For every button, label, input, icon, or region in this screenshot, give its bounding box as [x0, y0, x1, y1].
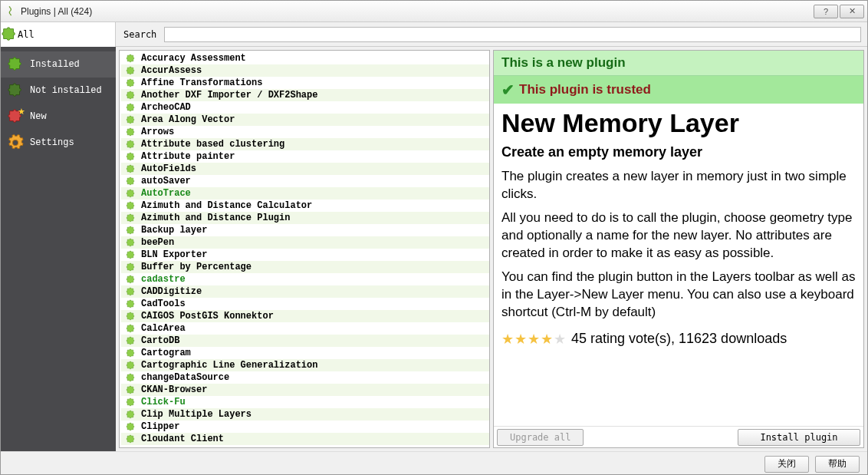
plugin-row[interactable]: CKAN-Browser — [121, 384, 489, 396]
plugin-name: Cloudant Client — [141, 434, 224, 444]
plugin-row[interactable]: Accuracy Assessment — [121, 52, 489, 64]
puzzle-icon — [124, 322, 136, 335]
plugin-row[interactable]: ArcheoCAD — [121, 101, 489, 114]
details-scroll[interactable]: This is a new plugin ✔ This plugin is tr… — [494, 51, 863, 426]
plugin-row[interactable]: AccurAssess — [121, 64, 489, 77]
plugin-name: CADDigitize — [141, 286, 202, 297]
plugin-row[interactable]: CADDigitize — [121, 285, 489, 298]
plugin-row[interactable]: Click-Fu — [121, 396, 489, 408]
banner-trusted: ✔ This plugin is trusted — [494, 75, 863, 104]
plugin-list[interactable]: Accuracy AssessmentAccurAssessAffine Tra… — [120, 51, 489, 447]
plugin-row[interactable]: Cartogram — [121, 347, 489, 359]
puzzle-icon — [124, 347, 136, 359]
plugin-name: Cartogram — [141, 348, 191, 358]
puzzle-icon — [124, 64, 136, 77]
puzzle-icon — [124, 273, 136, 285]
plugin-name: CAIGOS PostGIS Konnektor — [141, 311, 274, 322]
puzzle-icon — [124, 421, 136, 433]
help-button[interactable]: 帮助 — [815, 456, 860, 473]
plugin-row[interactable]: Another DXF Importer / DXF2Shape — [121, 89, 489, 101]
plugin-row[interactable]: CadTools — [121, 298, 489, 310]
plugin-name: AutoFields — [141, 163, 196, 174]
plugin-row[interactable]: Clip Multiple Layers — [121, 408, 489, 421]
puzzle-icon — [124, 89, 136, 101]
puzzle-icon — [124, 359, 136, 371]
plugin-row[interactable]: cadastre — [121, 273, 489, 285]
search-input[interactable] — [164, 27, 861, 42]
puzzle-icon — [124, 236, 136, 249]
plugin-row[interactable]: AutoFields — [121, 163, 489, 175]
plugin-row[interactable]: Azimuth and Distance Plugin — [121, 212, 489, 224]
plugin-row[interactable]: CAIGOS PostGIS Konnektor — [121, 310, 489, 322]
close-button[interactable]: 关闭 — [764, 456, 809, 473]
sidebar-tab-all-label: All — [18, 29, 35, 40]
plugin-row[interactable]: AutoTrace — [121, 187, 489, 200]
puzzle-icon — [124, 298, 136, 310]
plugin-row[interactable]: Area Along Vector — [121, 114, 489, 126]
sidebar-item-settings[interactable]: Settings — [1, 130, 116, 156]
sidebar-item-label: New — [30, 111, 47, 122]
plugin-row[interactable]: Azimuth and Distance Calculator — [121, 200, 489, 212]
puzzle-icon — [124, 408, 136, 421]
plugin-name: autoSaver — [141, 176, 191, 186]
puzzle-icon — [124, 77, 136, 89]
plugin-row[interactable]: Cartographic Line Generalization — [121, 359, 489, 371]
install-plugin-button[interactable]: Install plugin — [738, 429, 860, 446]
gear-icon — [7, 134, 24, 151]
plugin-name: Another DXF Importer / DXF2Shape — [141, 90, 317, 101]
plugin-name: Attribute based clustering — [141, 139, 284, 150]
sidebar-item-installed[interactable]: Installed — [1, 51, 116, 78]
plugin-row[interactable]: Cloudant Client — [121, 433, 489, 445]
plugin-name: Clip Multiple Layers — [141, 409, 252, 420]
plugin-row[interactable]: Attribute painter — [121, 150, 489, 163]
plugin-name: CadTools — [141, 299, 186, 309]
puzzle-icon — [124, 175, 136, 187]
puzzle-icon — [124, 396, 136, 408]
close-titlebar-button[interactable]: ✕ — [840, 5, 864, 18]
puzzle-icon — [124, 138, 136, 150]
plugin-title: New Memory Layer — [494, 104, 863, 141]
plugin-row[interactable]: Attribute based clustering — [121, 138, 489, 150]
upgrade-all-button[interactable]: Upgrade all — [497, 429, 584, 446]
plugin-row[interactable]: Clipper — [121, 421, 489, 433]
puzzle-icon — [1, 26, 18, 43]
plugin-description: All you need to do is to call the plugin… — [494, 209, 863, 269]
search-label: Search — [116, 29, 164, 40]
puzzle-icon — [124, 101, 136, 114]
app-icon — [4, 5, 16, 18]
puzzle-icon — [124, 200, 136, 212]
plugin-row[interactable]: autoSaver — [121, 175, 489, 187]
plugin-row[interactable]: Affine Transformations — [121, 77, 489, 89]
plugin-row[interactable]: changeDataSource — [121, 371, 489, 384]
plugin-name: Affine Transformations — [141, 78, 262, 88]
plugin-description: The plugin creates a new layer in memory… — [494, 168, 863, 209]
puzzle-icon — [124, 310, 136, 322]
plugin-row[interactable]: Backup layer — [121, 224, 489, 236]
plugin-name: Cartographic Line Generalization — [141, 360, 317, 371]
plugin-name: BLN Exporter — [141, 249, 207, 260]
sidebar-item-not-installed[interactable]: Not installed — [1, 78, 116, 104]
plugin-row[interactable]: BLN Exporter — [121, 249, 489, 261]
plugin-row[interactable]: Buffer by Percentage — [121, 261, 489, 273]
puzzle-icon — [124, 114, 136, 126]
dialog-footer: 关闭 帮助 — [1, 451, 867, 475]
plugin-row[interactable]: beePen — [121, 236, 489, 249]
plugin-row[interactable]: Arrows — [121, 126, 489, 138]
plugin-name: Azimuth and Distance Plugin — [141, 213, 290, 223]
plugin-row[interactable]: CalcArea — [121, 322, 489, 335]
help-titlebar-button[interactable]: ? — [814, 5, 838, 18]
puzzle-icon — [124, 433, 136, 445]
sidebar-item-label: Installed — [30, 59, 80, 70]
plugin-name: Click-Fu — [141, 397, 186, 407]
rating-text: 45 rating vote(s), 11623 downloads — [571, 331, 787, 347]
puzzle-dim-icon — [7, 82, 24, 99]
banner-new: This is a new plugin — [494, 51, 863, 75]
plugin-name: Arrows — [141, 127, 174, 137]
plugin-row[interactable]: CartoDB — [121, 335, 489, 347]
details-button-row: Upgrade all Install plugin — [494, 426, 863, 447]
plugin-name: changeDataSource — [141, 372, 229, 383]
sidebar-tab-all[interactable]: All — [1, 22, 116, 47]
sidebar-item-new[interactable]: ★ New — [1, 104, 116, 130]
puzzle-star-icon: ★ — [7, 108, 24, 125]
plugin-name: AutoTrace — [141, 188, 191, 199]
